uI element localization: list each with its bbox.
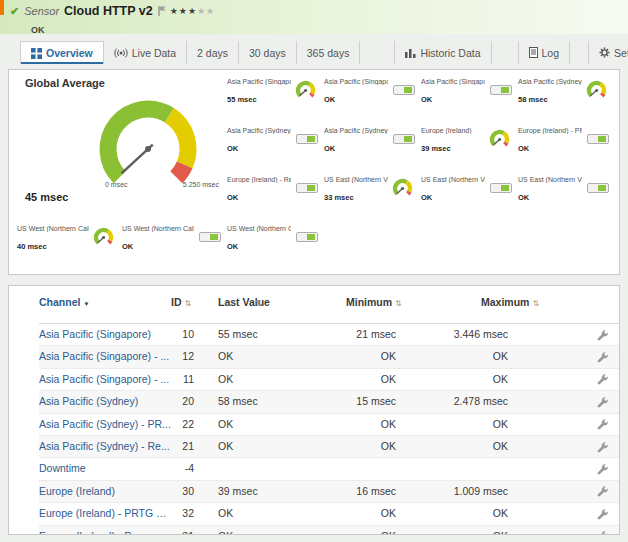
cell-max: OK [451,526,586,535]
col-maximum[interactable]: Maximum⇅ [451,296,586,308]
table-row[interactable]: Asia Pacific (Singapore) - ...12OKOKOK [39,346,619,368]
mini-gauge-cell[interactable]: US West (Northern California)40 msec [15,222,120,271]
table-header: Channel▼ ID⇅ Last Value⇅ Minimum⇅ Maximu… [39,288,619,324]
tab-bar: Overview Live Data 2 days 30 days 365 da… [20,41,620,64]
tab-live-data[interactable]: Live Data [104,41,187,64]
ok-indicator [291,127,320,173]
table-row[interactable]: Europe (Ireland)3039 msec16 msec1.009 ms… [39,481,619,503]
tab-30-days[interactable]: 30 days [239,41,297,64]
col-minimum[interactable]: Minimum⇅ [326,296,451,308]
cell-channel[interactable]: Asia Pacific (Singapore) - ... [39,369,171,390]
mini-gauge-cell[interactable]: US East (Northern Virginia)33 msec [322,173,419,222]
channel-settings-wrench-icon[interactable] [586,351,619,363]
cell-last: OK [206,436,326,457]
prtg-sensor-page: ✔ Sensor Cloud HTTP v2 ★★★★★ OK Overview… [0,0,628,535]
mini-gauge-title: Asia Pacific (Sydney) - PRTG ... [227,127,291,134]
cell-channel[interactable]: Europe (Ireland) - PRTG Cl... [39,503,171,524]
mini-gauge-cell[interactable]: US East (Northern Virginia) - ...OK [419,173,516,222]
cell-channel[interactable]: Downtime [39,458,171,479]
tab-settings[interactable]: Settings [588,41,628,64]
cell-id: 32 [171,503,206,524]
cell-last: 55 msec [206,324,326,345]
mini-gauge-cell[interactable]: Europe (Ireland) - Response C...OK [225,173,322,222]
mini-gauge-value: OK [227,242,291,251]
ok-indicator [194,225,223,271]
mini-gauge-cell[interactable]: US East (Northern Virginia) - ...OK [516,173,613,222]
mini-gauge-dial [291,78,320,124]
cell-channel[interactable]: Asia Pacific (Singapore) - ... [39,346,171,367]
gauge-max-label: 5.250 msec [183,181,219,188]
mini-gauge-cell[interactable]: Asia Pacific (Sydney)58 msec [516,75,613,124]
cell-min: 16 msec [326,481,451,502]
table-row[interactable]: Asia Pacific (Sydney) - PR...22OKOKOK [39,414,619,436]
table-row[interactable]: Asia Pacific (Sydney)2058 msec15 msec2.4… [39,391,619,413]
tab-label: 2 days [197,47,228,59]
mini-gauge-title: Europe (Ireland) - Response C... [227,176,291,183]
mini-gauge-value: 58 msec [518,95,582,104]
channel-settings-wrench-icon[interactable] [586,530,619,535]
ok-indicator [582,127,611,173]
mini-gauge-cell[interactable]: Asia Pacific (Sydney) - Respo...OK [322,124,419,173]
mini-gauge-value: OK [421,95,485,104]
channel-settings-wrench-icon[interactable] [586,508,619,520]
mini-gauge-cell[interactable]: Asia Pacific (Singapore) - Res...OK [419,75,516,124]
channel-settings-wrench-icon[interactable] [586,329,619,341]
tab-log[interactable]: Log [518,41,571,64]
channel-settings-wrench-icon[interactable] [586,418,619,430]
ok-indicator [582,176,611,222]
table-row[interactable]: Europe (Ireland) - Respon...31OKOKOK [39,526,619,535]
mini-gauge-cell[interactable]: Europe (Ireland) - PRTG Cloud...OK [516,124,613,173]
mini-gauge-title: US East (Northern Virginia) - ... [421,176,485,183]
cell-channel[interactable]: Europe (Ireland) - Respon... [39,526,171,535]
cell-channel[interactable]: Asia Pacific (Sydney) - PR... [39,414,171,435]
tab-2-days[interactable]: 2 days [187,41,239,64]
mini-gauge-cell[interactable]: US West (Northern California)...OK [120,222,225,271]
col-id[interactable]: ID⇅ [171,296,206,308]
col-last-value[interactable]: Last Value⇅ [206,296,326,309]
mini-gauge-title: Asia Pacific (Sydney) [518,78,582,85]
col-channel[interactable]: Channel▼ [39,296,171,308]
priority-flag-icon[interactable] [158,6,166,16]
ok-indicator [485,78,514,124]
mini-gauge-title: Asia Pacific (Singapore) [227,78,291,85]
cell-last: OK [206,414,326,435]
channel-settings-wrench-icon[interactable] [586,485,619,497]
cell-max: OK [451,436,586,457]
cell-id: 20 [171,391,206,412]
table-row[interactable]: Downtime-4 [39,458,619,480]
global-average-gauge: Global Average 0 msec 5.250 msec 45 msec [15,75,225,222]
cell-min: OK [326,346,451,367]
channel-settings-wrench-icon[interactable] [586,463,619,475]
sensor-title: Cloud HTTP v2 [64,4,153,18]
tab-historic-data[interactable]: Historic Data [394,41,491,64]
table-row[interactable]: Asia Pacific (Singapore) - ...11OKOKOK [39,369,619,391]
cell-channel[interactable]: Europe (Ireland) [39,481,171,502]
mini-gauge-cell[interactable]: Asia Pacific (Singapore) - PR...OK [322,75,419,124]
mini-gauge-value: 55 msec [227,95,291,104]
cell-max: OK [451,369,586,390]
cell-last: OK [206,346,326,367]
mini-gauge-cell[interactable]: Asia Pacific (Sydney) - PRTG ...OK [225,124,322,173]
mini-gauge-dial [388,176,417,222]
channel-settings-wrench-icon[interactable] [586,373,619,385]
tab-365-days[interactable]: 365 days [297,41,361,64]
cell-id: 21 [171,436,206,457]
sort-icon: ⇅ [255,299,262,308]
mini-gauge-dial [582,78,611,124]
cell-channel[interactable]: Asia Pacific (Sydney) [39,391,171,412]
table-row[interactable]: Asia Pacific (Singapore)1055 msec21 msec… [39,324,619,346]
cell-channel[interactable]: Asia Pacific (Sydney) - Re... [39,436,171,457]
table-row[interactable]: Asia Pacific (Sydney) - Re...21OKOKOK [39,436,619,458]
status-check-icon: ✔ [10,5,19,18]
table-row[interactable]: Europe (Ireland) - PRTG Cl...32OKOKOK [39,503,619,525]
tab-overview[interactable]: Overview [20,41,104,64]
mini-gauge-cell[interactable]: Asia Pacific (Singapore)55 msec [225,75,322,124]
cell-channel[interactable]: Asia Pacific (Singapore) [39,324,171,345]
priority-corner-marker [0,0,4,15]
channel-settings-wrench-icon[interactable] [586,441,619,453]
mini-gauge-cell[interactable]: Europe (Ireland)39 msec [419,124,516,173]
channel-settings-wrench-icon[interactable] [586,396,619,408]
priority-stars[interactable]: ★★★★★ [170,6,215,16]
mini-gauge-value: OK [227,193,291,202]
mini-gauge-cell[interactable]: US West (Northern California)...OK [225,222,322,271]
